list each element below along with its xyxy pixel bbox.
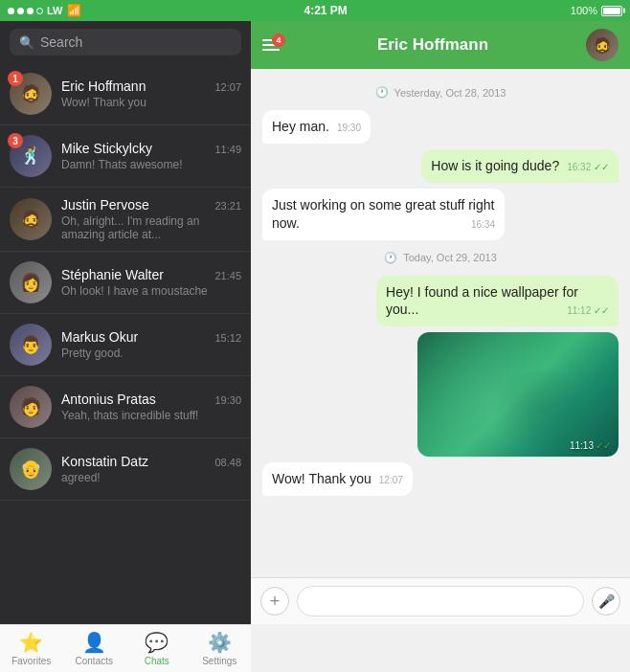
chat-name: Justin Pervose [61,197,149,213]
nav-item-favorites[interactable]: ⭐ Favorites [0,625,63,672]
settings-nav-label: Settings [202,656,236,666]
chat-name: Markus Okur [61,329,138,345]
avatar: 🧑 [10,386,52,428]
date-label: Today, Oct 29, 2013 [403,252,497,263]
message-time: 16:32 ✓✓ [567,161,609,174]
chat-time: 11:49 [214,144,241,155]
message-row: Wow! Thank you12:07 [262,462,619,496]
unread-badge: 3 [8,133,23,148]
avatar-wrap: 👩 [10,261,52,303]
image-time: 11:13 ✓✓ [570,440,611,451]
chat-item[interactable]: 👩Stéphanie Walter21:45Oh look! I have a … [0,252,251,314]
chat-time: 19:30 [214,394,241,406]
message-row: Hey! I found a nice wallpaper for you...… [262,276,619,327]
avatar: 👴 [10,448,52,490]
date-divider: 🕐 Today, Oct 29, 2013 [262,252,619,264]
avatar-wrap: 🧔1 [10,73,52,115]
avatar: 👨 [10,324,52,366]
nav-item-chats[interactable]: 💬 Chats [125,625,189,672]
chat-item[interactable]: 🧑Antonius Pratas19:30Yeah, thats incredi… [0,376,251,438]
hamburger-button[interactable]: 4 [262,39,280,51]
chat-time: 23:21 [214,200,241,212]
chat-time: 21:45 [214,270,241,281]
nav-item-contacts[interactable]: 👤 Contacts [63,625,126,672]
chat-preview: agreed! [61,471,241,484]
header-badge: 4 [272,34,285,47]
search-icon: 🔍 [19,35,34,50]
message-bubble: Wow! Thank you12:07 [262,462,413,496]
chat-item[interactable]: 🧔Justin Pervose23:21Oh, alright... I'm r… [0,188,251,252]
chat-item[interactable]: 👴Konstatin Datz08.48agreed! [0,438,251,501]
message-row: How is it going dude?16:32 ✓✓ [262,149,619,183]
wallpaper-image [417,332,619,457]
add-button[interactable]: + [260,587,289,616]
message-text: Hey! I found a nice wallpaper for you... [386,284,578,318]
input-bar: + 🎤 [251,577,630,624]
message-text: Hey man. [272,119,329,134]
avatar-wrap: 🧔 [10,198,52,240]
chats-nav-icon: 💬 [145,631,169,654]
chat-name: Eric Hoffmann [61,78,146,94]
chat-info: Mike Stickylcky11:49Damn! Thats awesome! [61,141,241,171]
chat-item[interactable]: 🧔1Eric Hoffmann12:07Wow! Thank you [0,63,251,125]
chat-name: Antonius Pratas [61,392,156,407]
chat-title: Eric Hoffmann [289,35,576,55]
battery-fill [603,8,620,14]
message-row: Hey man.19:30 [262,110,619,144]
chat-preview: Wow! Thank you [61,96,241,109]
favorites-nav-label: Favorites [11,656,51,666]
avatar-wrap: 🧑 [10,386,52,428]
date-label: Yesterday, Oct 28, 2013 [394,87,506,99]
message-text: Just working on some great stuff right n… [272,197,494,231]
message-time: 11:12 ✓✓ [567,304,609,318]
message-time: 12:07 [379,474,403,487]
message-bubble: Hey man.19:30 [262,110,371,144]
chat-time: 08.48 [214,457,241,468]
chat-item[interactable]: 🕺3Mike Stickylcky11:49Damn! Thats awesom… [0,125,251,188]
chat-preview: Oh look! I have a moustache [61,284,241,298]
bottom-nav: ⭐ Favorites 👤 Contacts 💬 Chats ⚙️ Settin… [0,624,251,672]
message-input[interactable] [297,586,584,616]
unread-badge: 1 [8,71,23,86]
chat-info: Antonius Pratas19:30Yeah, thats incredib… [61,392,241,422]
chat-preview: Yeah, thats incredible stuff! [61,409,241,422]
carrier-label: LW [47,5,63,16]
image-bubble[interactable]: 11:13 ✓✓ [417,332,619,457]
contact-avatar[interactable]: 🧔 [586,29,619,61]
chat-item[interactable]: 👨Markus Okur15:12Pretty good. [0,314,251,376]
battery-icon [601,6,622,16]
bottom-nav-left: ⭐ Favorites 👤 Contacts 💬 Chats ⚙️ Settin… [0,624,251,672]
message-time: 19:30 [337,122,361,135]
chat-name: Mike Stickylcky [61,141,152,156]
message-text: How is it going dude? [431,158,559,173]
status-time: 4:21 PM [304,4,348,17]
chats-nav-label: Chats [145,656,169,666]
checkmarks-icon: ✓✓ [594,162,609,172]
status-bar: LW 📶 4:21 PM 100% [0,0,630,21]
date-divider: 🕐 Yesterday, Oct 28, 2013 [262,86,619,99]
chat-time: 15:12 [214,332,241,344]
avatar-wrap: 👴 [10,448,52,490]
chat-preview: Pretty good. [61,347,241,360]
dot-4 [36,8,43,14]
chat-preview: Oh, alright... I'm reading an amazing ar… [61,214,241,241]
contacts-nav-icon: 👤 [82,631,106,654]
search-placeholder[interactable]: Search [40,34,82,50]
checkmarks-icon: ✓✓ [594,305,609,316]
message-row: Just working on some great stuff right n… [262,189,619,240]
search-bar[interactable]: 🔍 Search [10,29,241,56]
mic-button[interactable]: 🎤 [592,587,620,616]
clock-icon: 🕐 [384,252,397,264]
avatar: 🧔 [10,198,52,240]
chat-name: Stéphanie Walter [61,267,164,282]
message-text: Wow! Thank you [272,471,371,486]
avatar: 👩 [10,261,52,303]
clock-icon: 🕐 [375,86,389,99]
chat-list: 🧔1Eric Hoffmann12:07Wow! Thank you🕺3Mike… [0,63,251,624]
chat-info: Stéphanie Walter21:45Oh look! I have a m… [61,267,241,298]
nav-item-settings[interactable]: ⚙️ Settings [189,625,252,672]
chat-name: Konstatin Datz [61,454,148,469]
chat-time: 12:07 [214,81,241,93]
chat-header: 4 Eric Hoffmann 🧔 [251,21,630,69]
contacts-nav-label: Contacts [76,656,113,666]
